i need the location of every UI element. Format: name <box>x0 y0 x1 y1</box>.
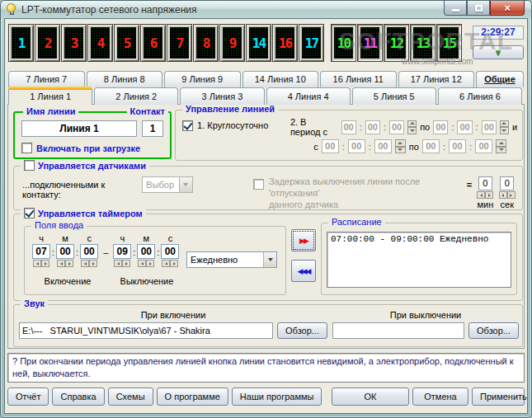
timer-checkbox[interactable] <box>24 208 35 218</box>
period1-to-ss[interactable]: 00 <box>482 120 497 134</box>
on-hh-input[interactable]: 07 <box>32 244 50 259</box>
delay-seconds-spinner[interactable] <box>499 191 516 199</box>
tab-line-7[interactable]: 7 Линия 7 <box>8 71 85 87</box>
close-button[interactable]: × <box>490 1 525 16</box>
contact-number-input[interactable] <box>142 120 163 137</box>
minutes-unit-label: мин <box>477 200 493 209</box>
delay-checkbox[interactable] <box>253 179 264 190</box>
report-button[interactable]: Отчёт <box>7 387 49 406</box>
off-hh-input[interactable]: 09 <box>113 244 131 259</box>
about-button[interactable]: О программе <box>157 387 228 406</box>
line-name-input[interactable] <box>21 120 137 137</box>
browse-on-button[interactable]: Обзор... <box>277 322 327 339</box>
apply-button[interactable]: Применить <box>472 387 525 406</box>
led-bar: 1 2 3 4 5 6 7 8 9 14 16 17 10 11 12 13 1… <box>7 22 525 65</box>
tab-line-10[interactable]: 14 Линия 10 <box>242 71 319 87</box>
period2-from-hh[interactable]: 00 <box>322 139 339 153</box>
tab-line-9[interactable]: 9 Линия 9 <box>164 71 241 87</box>
our-programs-button[interactable]: Наши программы <box>232 387 322 406</box>
line-button-16[interactable]: 16 <box>272 24 298 62</box>
tab-general[interactable]: Общие <box>476 71 524 87</box>
line-button-4[interactable]: 4 <box>87 24 113 62</box>
period2-to-ss[interactable]: 00 <box>475 139 492 153</box>
tab-line-4[interactable]: 4 Линия 4 <box>266 87 351 105</box>
sensors-title: Управляется датчиками <box>38 161 146 171</box>
delay-minutes-input[interactable]: 0 <box>478 176 492 190</box>
sensors-checkbox[interactable] <box>24 160 35 171</box>
tab-line-2[interactable]: 2 Линия 2 <box>94 87 178 105</box>
to-label-2: по <box>409 142 419 152</box>
maximize-button[interactable] <box>467 1 490 16</box>
delay-minutes-spinner[interactable] <box>477 191 493 199</box>
repeat-select[interactable]: Ежедневно <box>186 251 277 268</box>
period2-to-mm[interactable]: 00 <box>449 139 466 153</box>
line-button-2[interactable]: 2 <box>35 24 60 62</box>
period2-from-mm[interactable]: 00 <box>348 139 365 153</box>
browse-off-button[interactable]: Обзор... <box>468 322 519 339</box>
tab-line-6[interactable]: 6 Линия 6 <box>438 87 522 105</box>
schemes-button[interactable]: Схемы <box>108 387 153 406</box>
period1-to-hh[interactable]: 00 <box>433 120 448 134</box>
tab-line-3[interactable]: 3 Линия 3 <box>180 87 264 105</box>
sound-on-label: При включении <box>19 310 327 320</box>
tab-line-12[interactable]: 17 Линия 12 <box>398 71 475 87</box>
close-icon: × <box>504 2 511 13</box>
line-button-1[interactable]: 1 <box>8 24 34 62</box>
line-button-5[interactable]: 5 <box>114 24 139 62</box>
line-button-8[interactable]: 8 <box>193 24 219 62</box>
add-to-schedule-button[interactable]: ▶▶ <box>291 229 316 251</box>
tab-line-5[interactable]: 5 Линия 5 <box>352 87 436 105</box>
schedule-title: Расписание <box>328 217 385 227</box>
period1-from-mm[interactable]: 00 <box>365 120 380 134</box>
period2-to-spinner[interactable] <box>496 139 506 153</box>
line-button-7[interactable]: 7 <box>167 24 192 62</box>
on-ss-input[interactable]: 00 <box>80 244 98 259</box>
on-mm-spinner[interactable] <box>57 260 73 267</box>
tab-line-1[interactable]: 1 Линия 1 <box>8 87 92 105</box>
around-clock-checkbox[interactable] <box>182 120 193 131</box>
tab-line-11[interactable]: 16 Линия 11 <box>320 71 397 87</box>
ok-button[interactable]: ОК <box>332 387 409 406</box>
status-bar: ? При окончании периода управления линие… <box>7 353 525 383</box>
off-hh-spinner[interactable] <box>114 260 130 267</box>
schedule-item[interactable]: 07:00:00 - 09:00:00 Ежедневно <box>331 234 507 244</box>
clock-dropdown-button[interactable]: ▼ <box>473 45 524 59</box>
off-ss-input[interactable]: 00 <box>161 244 179 259</box>
period1-from-ss[interactable]: 00 <box>389 120 404 134</box>
line-button-3[interactable]: 3 <box>61 24 87 62</box>
period2-from-spinner[interactable] <box>395 139 406 153</box>
period1-to-mm[interactable]: 00 <box>457 120 472 134</box>
sensor-contact-select[interactable]: Выбор <box>142 176 192 193</box>
schedule-group: Расписание 07:00:00 - 09:00:00 Ежедневно <box>321 223 517 295</box>
footer-buttons: Отчёт Справка Схемы О программе Наши про… <box>7 387 525 406</box>
on-ss-spinner[interactable] <box>81 260 97 267</box>
led-strip: 1 2 3 4 5 6 7 8 9 14 16 17 10 11 12 13 1… <box>8 24 463 62</box>
period1-from-spinner[interactable] <box>407 120 417 134</box>
sensors-group: Управляется датчиками ...подключенными к… <box>13 166 523 210</box>
off-mm-input[interactable]: 00 <box>137 244 155 259</box>
sound-on-path-input[interactable] <box>19 322 273 339</box>
help-button[interactable]: Справка <box>52 387 104 406</box>
line-button-14[interactable]: 14 <box>246 24 271 62</box>
period1-to-spinner[interactable] <box>500 120 509 134</box>
on-mm-input[interactable]: 00 <box>56 244 74 259</box>
remove-from-schedule-button[interactable]: ◀◀◀ <box>291 260 316 282</box>
cancel-button[interactable]: Отмена <box>412 387 468 406</box>
period2-to-hh[interactable]: 00 <box>422 139 440 153</box>
off-ss-spinner[interactable] <box>162 260 178 267</box>
period2-from-ss[interactable]: 00 <box>374 139 392 153</box>
line-button-6[interactable]: 6 <box>140 24 166 62</box>
off-mm-spinner[interactable] <box>138 260 154 267</box>
tab-line-8[interactable]: 8 Линия 8 <box>87 71 163 87</box>
on-hh-spinner[interactable] <box>33 260 49 267</box>
autoload-checkbox[interactable] <box>21 143 32 153</box>
titlebar[interactable]: LPT-коммутатор сетевого напряжения × <box>1 1 531 18</box>
delay-label: Задержка выключения линии после 'отпуска… <box>269 176 462 210</box>
period1-from-hh[interactable]: 00 <box>341 120 356 134</box>
line-button-9[interactable]: 9 <box>219 24 245 62</box>
delay-seconds-input[interactable]: 0 <box>500 176 514 190</box>
minimize-button[interactable] <box>444 1 467 16</box>
sound-off-path-input[interactable] <box>332 322 464 339</box>
line-button-17[interactable]: 17 <box>299 24 324 62</box>
schedule-listbox[interactable]: 07:00:00 - 09:00:00 Ежедневно <box>327 232 511 288</box>
